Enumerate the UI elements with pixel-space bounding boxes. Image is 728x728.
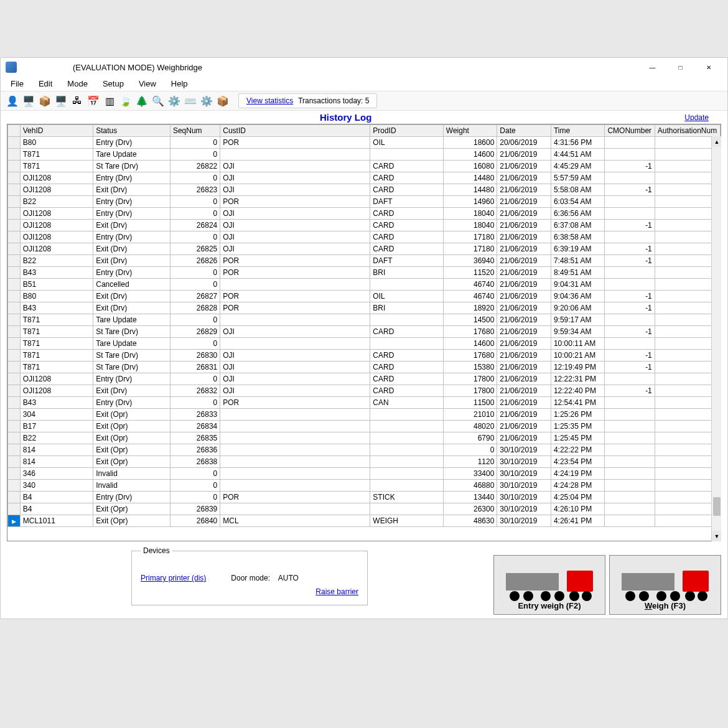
- table-row[interactable]: T871Tare Update01450021/06/20199:59:17 A…: [8, 314, 721, 326]
- table-row[interactable]: MCL1011Exit (Opr)26840MCLWEIGH4863030/10…: [8, 515, 721, 527]
- table-row[interactable]: B43Entry (Drv)0PORCAN1150021/06/201912:5…: [8, 397, 721, 409]
- package-icon[interactable]: 📦: [215, 93, 231, 109]
- table-row[interactable]: T871St Tare (Drv)26830OJICARD1768021/06/…: [8, 350, 721, 362]
- transactions-today-text: Transactions today: 5: [298, 96, 369, 105]
- menu-setup[interactable]: Setup: [96, 78, 130, 90]
- table-row[interactable]: 346Invalid03340030/10/20194:24:19 PM: [8, 468, 721, 480]
- devices-groupbox: Devices Primary printer (dis) Door mode:…: [131, 546, 368, 605]
- calendar-icon[interactable]: 📅: [85, 93, 101, 109]
- menu-edit[interactable]: Edit: [32, 78, 58, 90]
- maximize-button[interactable]: □: [666, 58, 694, 77]
- update-link[interactable]: Update: [684, 113, 709, 122]
- truck-entry-icon: [506, 567, 593, 601]
- scroll-up-icon[interactable]: ▲: [712, 136, 721, 147]
- table-row[interactable]: OJI1208Exit (Drv)26824OJICARD1804021/06/…: [8, 220, 721, 231]
- col-time[interactable]: Time: [551, 125, 605, 137]
- table-row[interactable]: B4Entry (Drv)0PORSTICK1344030/10/20194:2…: [8, 492, 721, 503]
- barcode-icon[interactable]: ▥: [101, 93, 118, 109]
- primary-printer-link[interactable]: Primary printer (dis): [141, 574, 206, 582]
- stats-panel: View statistics Transactions today: 5: [238, 93, 377, 108]
- table-row[interactable]: OJI1208Entry (Drv)0OJICARD1804021/06/201…: [8, 208, 721, 220]
- history-grid[interactable]: VehIDStatusSeqNumCustIDProdIDWeightDateT…: [7, 124, 721, 541]
- door-mode-value: AUTO: [278, 574, 299, 582]
- app-icon: [6, 62, 17, 73]
- menu-mode[interactable]: Mode: [61, 78, 94, 90]
- table-row[interactable]: OJI1208Exit (Drv)26825OJICARD1718021/06/…: [8, 243, 721, 255]
- user-icon[interactable]: 👤: [4, 93, 21, 109]
- titlebar: (EVALUATION MODE) Weighbridge — □ ✕: [1, 58, 727, 77]
- menubar: FileEditModeSetupViewHelp: [1, 77, 727, 91]
- history-log-title: History Log: [7, 112, 684, 123]
- scroll-thumb[interactable]: [713, 497, 721, 516]
- truck-weigh-icon: [622, 567, 709, 601]
- tree-icon[interactable]: 🌲: [134, 93, 150, 109]
- table-row[interactable]: OJI1208Entry (Drv)0OJICARD1448021/06/201…: [8, 172, 721, 184]
- col-status[interactable]: Status: [93, 125, 170, 137]
- table-row[interactable]: B22Entry (Drv)0PORDAFT1496021/06/20196:0…: [8, 196, 721, 208]
- table-row[interactable]: B43Exit (Drv)26828PORBRI1892021/06/20199…: [8, 302, 721, 314]
- minimize-button[interactable]: —: [638, 58, 666, 77]
- table-row[interactable]: T871Tare Update01460021/06/201910:00:11 …: [8, 338, 721, 350]
- col-authorisationnum[interactable]: AuthorisationNum: [655, 125, 720, 137]
- close-button[interactable]: ✕: [694, 58, 722, 77]
- col-custid[interactable]: CustID: [220, 125, 370, 137]
- window-title: (EVALUATION MODE) Weighbridge: [22, 63, 638, 72]
- app-window: (EVALUATION MODE) Weighbridge — □ ✕ File…: [0, 57, 728, 619]
- menu-view[interactable]: View: [133, 78, 162, 90]
- config-icon[interactable]: 🖥️: [53, 93, 69, 109]
- col-vehid[interactable]: VehID: [20, 125, 93, 137]
- table-row[interactable]: OJI1208Exit (Drv)26832OJICARD1780021/06/…: [8, 385, 721, 397]
- weigh-button[interactable]: Weigh (F3): [609, 555, 721, 615]
- keyboard-icon[interactable]: ⌨️: [182, 93, 198, 109]
- search-icon[interactable]: 🔍: [150, 93, 166, 109]
- table-row[interactable]: B22Exit (Opr)26835679021/06/20191:25:45 …: [8, 432, 721, 444]
- col-seqnum[interactable]: SeqNum: [170, 125, 220, 137]
- table-row[interactable]: B51Cancelled04674021/06/20199:04:31 AM: [8, 279, 721, 291]
- col-weight[interactable]: Weight: [443, 125, 497, 137]
- door-mode-label: Door mode:: [231, 574, 270, 582]
- devices-legend: Devices: [141, 546, 172, 555]
- monitor-icon[interactable]: 🖥️: [21, 93, 37, 109]
- table-row[interactable]: 814Exit (Opr)26838112030/10/20194:23:54 …: [8, 456, 721, 468]
- gear2-icon[interactable]: ⚙️: [198, 93, 215, 109]
- raise-barrier-link[interactable]: Raise barrier: [141, 587, 358, 596]
- table-row[interactable]: B17Exit (Opr)268344802021/06/20191:25:35…: [8, 421, 721, 432]
- scroll-down-icon[interactable]: ▼: [712, 531, 721, 541]
- table-row[interactable]: 340Invalid04688030/10/20194:24:28 PM: [8, 480, 721, 492]
- box-icon[interactable]: 📦: [37, 93, 53, 109]
- gear1-icon[interactable]: ⚙️: [166, 93, 182, 109]
- table-row[interactable]: B4Exit (Opr)268392630030/10/20194:26:10 …: [8, 503, 721, 515]
- table-row[interactable]: B43Entry (Drv)0PORBRI1152021/06/20198:49…: [8, 267, 721, 279]
- table-row[interactable]: T871St Tare (Drv)26829OJICARD1768021/06/…: [8, 326, 721, 338]
- table-row[interactable]: 304Exit (Opr)268332101021/06/20191:25:26…: [8, 409, 721, 421]
- view-statistics-link[interactable]: View statistics: [246, 96, 293, 105]
- leaf-icon[interactable]: 🍃: [118, 93, 134, 109]
- table-row[interactable]: OJI1208Entry (Drv)0OJICARD1780021/06/201…: [8, 373, 721, 385]
- col-date[interactable]: Date: [497, 125, 551, 137]
- table-row[interactable]: B22Exit (Drv)26826PORDAFT3694021/06/2019…: [8, 255, 721, 267]
- table-row[interactable]: B80Entry (Drv)0POROIL1860020/06/20194:31…: [8, 137, 721, 149]
- col-cmonumber[interactable]: CMONumber: [605, 125, 655, 137]
- table-row[interactable]: 814Exit (Opr)26836030/10/20194:22:22 PM0: [8, 444, 721, 456]
- col-prodid[interactable]: ProdID: [370, 125, 443, 137]
- entry-weigh-button[interactable]: Entry weigh (F2): [493, 555, 605, 615]
- table-row[interactable]: T871St Tare (Drv)26831OJICARD1538021/06/…: [8, 362, 721, 373]
- table-row[interactable]: OJI1208Exit (Drv)26823OJICARD1448021/06/…: [8, 184, 721, 196]
- table-row[interactable]: OJI1208Entry (Drv)0OJICARD1718021/06/201…: [8, 231, 721, 243]
- vertical-scrollbar[interactable]: ▲ ▼: [711, 136, 721, 541]
- table-row[interactable]: T871Tare Update01460021/06/20194:44:51 A…: [8, 149, 721, 161]
- toolbar: 👤🖥️📦🖥️🖧📅▥🍃🌲🔍⚙️⌨️⚙️📦 View statistics Tran…: [1, 91, 727, 111]
- table-row[interactable]: T871St Tare (Drv)26822OJICARD1608021/06/…: [8, 161, 721, 172]
- table-row[interactable]: B80Exit (Drv)26827POROIL4674021/06/20199…: [8, 291, 721, 302]
- network-icon[interactable]: 🖧: [69, 93, 85, 109]
- menu-file[interactable]: File: [4, 78, 30, 90]
- menu-help[interactable]: Help: [165, 78, 194, 90]
